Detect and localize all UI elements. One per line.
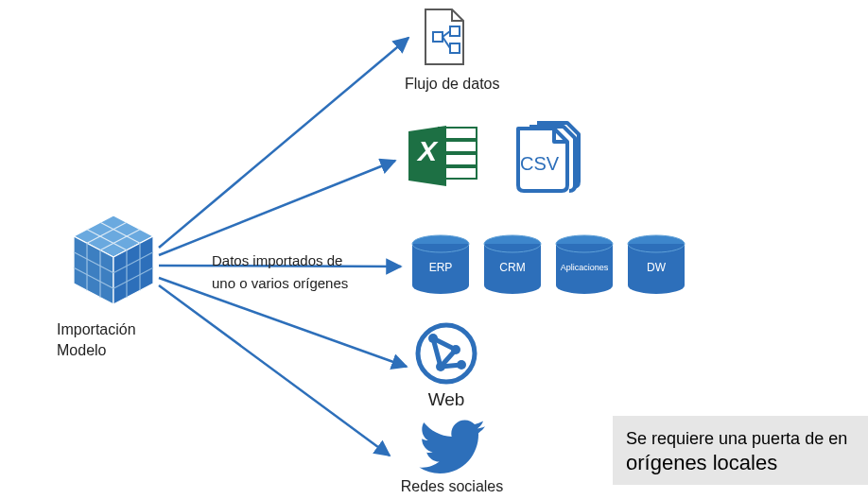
cube-icon (55, 202, 168, 316)
source-label-line1: Importación (57, 319, 136, 340)
edge-label-line1: Datos importados de (212, 250, 348, 272)
svg-point-39 (451, 345, 460, 354)
dataflow-label: Flujo de datos (405, 76, 518, 93)
arrow-to-excel-csv (159, 161, 395, 255)
arrow-to-social (159, 285, 390, 456)
social-label: Redes sociales (395, 478, 509, 495)
note-line1: Se requiere una puerta de en (626, 429, 853, 449)
db-item: ERP (408, 234, 473, 297)
dataflow-icon (420, 6, 477, 72)
svg-rect-15 (433, 32, 443, 42)
svg-point-41 (457, 360, 466, 370)
svg-point-33 (418, 325, 475, 382)
svg-rect-17 (450, 43, 460, 53)
target-social: Redes sociales (395, 420, 509, 495)
source-label: Importación Modelo (57, 319, 136, 360)
web-label: Web (414, 389, 478, 410)
edge-label-line2: uno o varios orígenes (212, 272, 348, 295)
target-dataflow (420, 6, 477, 76)
db-label: CRM (480, 261, 545, 274)
target-excel-csv: X CSV (405, 119, 590, 193)
target-web: Web (414, 321, 478, 410)
svg-point-38 (428, 334, 438, 343)
arrow-to-dataflow (159, 38, 408, 248)
db-label: DW (624, 261, 688, 274)
db-item: DW (624, 234, 688, 297)
svg-point-40 (436, 362, 445, 371)
note-line2: orígenes locales (626, 451, 853, 475)
note-box: Se requiere una puerta de en orígenes lo… (613, 416, 868, 485)
db-label: ERP (408, 261, 473, 274)
target-databases: ERP CRM Aplicaciones DW (408, 234, 688, 297)
svg-line-19 (443, 37, 450, 48)
web-icon (414, 321, 478, 386)
db-label: Aplicaciones (552, 263, 616, 272)
twitter-bird-icon (419, 420, 485, 474)
excel-icon: X (405, 122, 480, 190)
csv-text: CSV (520, 153, 559, 175)
csv-icon: CSV (509, 119, 590, 193)
db-item: CRM (480, 234, 545, 297)
svg-line-18 (443, 31, 450, 37)
edge-label: Datos importados de uno o varios orígene… (212, 250, 348, 295)
excel-letter: X (410, 135, 444, 167)
source-label-line2: Modelo (57, 340, 136, 361)
db-item: Aplicaciones (552, 234, 616, 297)
source-node (55, 202, 168, 319)
svg-rect-16 (450, 26, 460, 36)
